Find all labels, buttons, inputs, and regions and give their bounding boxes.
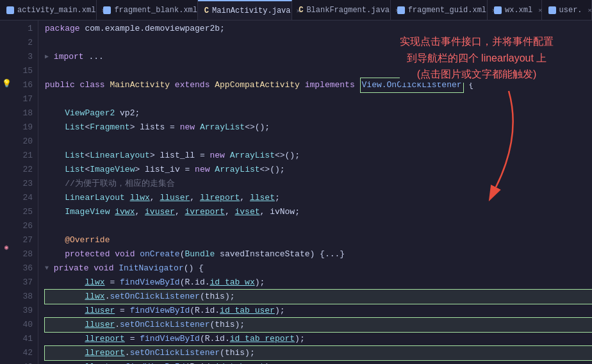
type-list2: List xyxy=(65,149,85,163)
gutter-cell xyxy=(0,336,13,350)
gutter-cell xyxy=(0,172,13,186)
line-number-column: 1 2 3 15 16 17 18 19 20 21 22 23 24 25 2… xyxy=(13,21,38,364)
code-text: { xyxy=(464,78,474,92)
xml-icon xyxy=(397,6,405,14)
gutter-cell xyxy=(0,351,13,364)
classname-main: MainActivity xyxy=(110,78,174,92)
gutter-cell xyxy=(0,295,13,309)
line-num: 42 xyxy=(15,346,33,360)
code-text: ... xyxy=(88,50,103,64)
code-lines: package com.example.demoviewpager2b; ▶ i… xyxy=(38,21,592,364)
code-line-43: llset = findViewById(R.id.id_tab_set); xyxy=(45,360,592,364)
code-line-36: ▼ private void InitNavigator() { xyxy=(45,261,592,276)
tab-label: BlankFragment.java xyxy=(306,6,390,15)
bookmark-gutter-cell[interactable]: ◉ xyxy=(0,241,13,254)
indent xyxy=(45,177,65,191)
code-line-38: llwx.setOnClickListener(this); xyxy=(45,290,592,304)
indent xyxy=(45,106,65,120)
eq: = xyxy=(170,120,180,135)
type-list: List xyxy=(65,120,85,135)
code-line-3: ▶ import ... xyxy=(45,50,592,64)
code-line-24: LinearLayout llwx, lluser, llreport, lls… xyxy=(45,191,592,205)
gutter-cell xyxy=(0,35,13,49)
code-line-40: lluser.setOnClickListener(this); xyxy=(45,318,592,332)
var-lists: lists xyxy=(135,120,170,135)
gutter-cell xyxy=(0,90,13,104)
bulb-gutter-cell[interactable]: 💡 xyxy=(0,76,13,90)
tab-bar: activity_main.xml ✕ fragment_blank.xml ✕… xyxy=(0,0,592,21)
xml-icon xyxy=(548,6,556,14)
line-num: 16 xyxy=(15,78,33,92)
line-num: 41 xyxy=(15,332,33,346)
code-line-21: List<LinearLayout> list_ll = new ArrayLi… xyxy=(45,149,592,163)
xml-icon xyxy=(103,6,111,14)
gutter-cell xyxy=(0,145,13,158)
tab-label: fragment_blank.xml xyxy=(114,6,197,15)
line-num: 37 xyxy=(15,276,33,290)
line-num: 40 xyxy=(15,318,33,332)
kw-new: new xyxy=(180,120,200,135)
indent xyxy=(45,120,65,135)
gutter-cell xyxy=(0,22,13,35)
var-vp2: vp2; xyxy=(120,106,140,120)
code-line-39: lluser = findViewById(R.id.id_tab_user); xyxy=(45,304,592,318)
tab-wx-xml[interactable]: wx.xml ✕ xyxy=(488,0,542,20)
gutter-cell xyxy=(0,186,13,199)
code-line-27: @Override xyxy=(45,233,592,247)
tab-fragment-guid[interactable]: fragment_guid.xml ✕ xyxy=(391,0,488,20)
line-num: 25 xyxy=(15,205,33,219)
tab-blank-fragment[interactable]: C BlankFragment.java ✕ xyxy=(292,0,390,20)
indent xyxy=(45,163,65,177)
gutter-cell xyxy=(0,227,13,240)
interface-name: View.OnClickListener xyxy=(360,78,464,93)
editor-window: activity_main.xml ✕ fragment_blank.xml ✕… xyxy=(0,0,592,364)
line-num: 26 xyxy=(15,219,33,233)
tab-fragment-blank[interactable]: fragment_blank.xml ✕ xyxy=(97,0,197,20)
line-num: 1 xyxy=(15,22,33,36)
kw-public: public xyxy=(45,78,80,92)
gutter-cell xyxy=(0,213,13,227)
bookmark-icon: ◉ xyxy=(4,244,8,251)
gutter-cell xyxy=(0,104,13,117)
line-num: 21 xyxy=(15,149,33,163)
tab-activity-main[interactable]: activity_main.xml ✕ xyxy=(0,0,97,20)
tab-label: activity_main.xml xyxy=(17,6,95,15)
line-num: 28 xyxy=(15,247,33,261)
tab-label: MainActivity.java xyxy=(212,6,290,15)
gutter-cell xyxy=(0,49,13,63)
type-viewpager: ViewPager2 xyxy=(65,106,120,120)
classname-appcompat: AppCompatActivity xyxy=(215,78,304,92)
parens: (); xyxy=(255,120,270,135)
code-line-37: llwx = findViewById(R.id.id_tab_wx); xyxy=(45,276,592,290)
close-icon[interactable]: ✕ xyxy=(588,6,592,14)
line-num: 19 xyxy=(15,120,33,135)
type-arraylist: ArrayList xyxy=(200,120,245,135)
tab-label: wx.xml xyxy=(505,6,532,15)
keyword-import: import xyxy=(49,50,88,64)
keyword-package: package xyxy=(45,22,85,36)
gutter-cell xyxy=(0,63,13,76)
tab-main-activity[interactable]: C MainActivity.java ✕ xyxy=(198,0,292,20)
kw-extends: extends xyxy=(175,78,215,92)
tab-user[interactable]: user. ✕ xyxy=(542,0,592,20)
editor-gutter: 💡 ◉ xyxy=(0,21,13,364)
code-line-42: llreport.setOnClickListener(this); xyxy=(45,346,592,360)
line-num: 2 xyxy=(15,36,33,50)
code-text: com.example.demoviewpager2b; xyxy=(85,22,224,36)
code-line-19: List<Fragment> lists = new ArrayList<>()… xyxy=(45,120,592,135)
gutter-cell xyxy=(0,159,13,172)
code-line-1: package com.example.demoviewpager2b; xyxy=(45,22,592,36)
kw-class: class xyxy=(80,78,110,92)
gutter-cell xyxy=(0,310,13,323)
line-num: 22 xyxy=(15,163,33,177)
line-num: 43 xyxy=(15,360,33,364)
line-num: 27 xyxy=(15,233,33,247)
indent xyxy=(45,149,65,163)
code-line-25: ImageView ivwx, ivuser, ivreport, ivset,… xyxy=(45,205,592,219)
line-num: 38 xyxy=(15,290,33,304)
code-line-16: public class MainActivity extends AppCom… xyxy=(45,78,592,92)
code-line-17 xyxy=(45,92,592,106)
code-line-20 xyxy=(45,135,592,149)
gutter-cell xyxy=(0,254,13,268)
xml-icon xyxy=(6,6,14,14)
